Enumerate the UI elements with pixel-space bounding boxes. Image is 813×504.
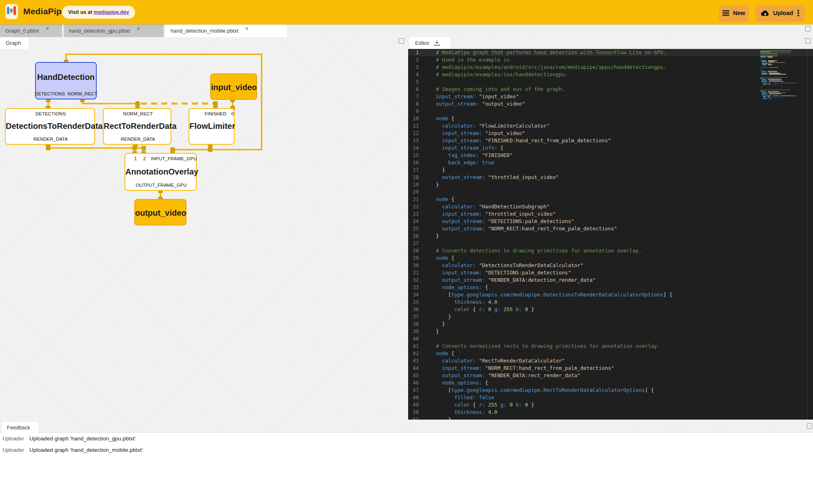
graph-node-AnnotationOverlay[interactable]: AnnotationOverlay12INPUT_FRAME_GPUOUTPUT… <box>124 153 197 191</box>
graph-canvas[interactable]: HandDetectionDETECTIONSNORM_RECTinput_vi… <box>0 0 407 420</box>
code-line[interactable]: 31 input_stream: "DETECTIONS:palm_detect… <box>408 269 813 276</box>
code-line[interactable]: 51 } <box>408 416 813 420</box>
code-line[interactable]: 40 <box>408 335 813 343</box>
tab-graph[interactable]: Graph <box>0 37 29 49</box>
code-line[interactable]: 34 [type.googleapis.com/mediapipe.Detect… <box>408 291 813 298</box>
code-line[interactable]: 46 node_options: { <box>408 379 813 387</box>
code-line[interactable]: 33 node_options: { <box>408 284 813 291</box>
code-line[interactable]: 45 output_stream: "RENDER_DATA:rect_rend… <box>408 372 813 379</box>
mediapipe-dev-link[interactable]: mediapipe.dev <box>93 9 129 15</box>
line-number: 19 <box>408 181 419 188</box>
feedback-source: Uploader <box>2 435 24 442</box>
node-title: HandDetection <box>36 73 96 82</box>
code-line[interactable]: 32 output_stream: "RENDER_DATA:detection… <box>408 276 813 284</box>
code-line[interactable]: 6# Images coming into and out of the gra… <box>408 86 813 93</box>
file-tab[interactable]: Graph_0.pbtxt✕ <box>0 24 62 37</box>
line-number: 13 <box>408 137 419 144</box>
file-tab-bar: Graph_0.pbtxt✕hand_detection_gpu.pbtxt✕h… <box>0 24 813 37</box>
graph-popout-icon[interactable] <box>399 38 404 44</box>
code-line[interactable]: 39} <box>408 328 813 335</box>
code-line[interactable]: 47 [type.googleapis.com/mediapipe.RectTo… <box>408 387 813 394</box>
code-line[interactable]: 21node { <box>408 196 813 203</box>
file-tab-label: hand_detection_gpu.pbtxt <box>69 28 130 34</box>
code-line[interactable]: 20 <box>408 188 813 196</box>
code-line[interactable]: 48 filled: false <box>408 394 813 401</box>
graph-node-output_video[interactable]: output_video <box>134 199 187 225</box>
code-line[interactable]: 19} <box>408 181 813 188</box>
close-tab-icon[interactable]: ✕ <box>245 26 249 31</box>
node-port-label: DETECTIONS <box>35 91 65 96</box>
code-line[interactable]: 50 thickness: 4.0 <box>408 409 813 416</box>
editor-scrollbar[interactable] <box>807 49 808 420</box>
code-line[interactable]: 3# mediapipie/examples/android/src/java/… <box>408 64 813 71</box>
code-line[interactable]: 27 <box>408 240 813 247</box>
code-line[interactable]: 12 input_stream: "input_video" <box>408 130 813 137</box>
code-line[interactable]: 24 output_stream: "DETECTIONS:palm_detec… <box>408 218 813 225</box>
tab-editor[interactable]: Editor <box>409 37 450 49</box>
close-tab-icon[interactable]: ✕ <box>45 26 49 31</box>
tabs-popout-icon[interactable] <box>805 26 811 31</box>
code-line[interactable]: 36 color { r: 0 g: 255 b: 0 } <box>408 306 813 313</box>
code-line[interactable]: 18 output_stream: "throttled_input_video… <box>408 174 813 181</box>
close-tab-icon[interactable]: ✕ <box>137 26 140 31</box>
file-tab[interactable]: hand_detection_mobile.pbtxt✕ <box>165 24 287 37</box>
code-line[interactable]: 14 input_stream_info: { <box>408 144 813 152</box>
code-line[interactable]: 37 } <box>408 313 813 321</box>
code-line[interactable]: 49 color { r: 255 g: 0 b: 0 } <box>408 401 813 409</box>
code-line[interactable]: 11 calculator: "FlowLimiterCalculator" <box>408 122 813 130</box>
line-number: 15 <box>408 152 419 159</box>
feedback-message: Uploaded graph 'hand_detection_mobile.pb… <box>29 447 143 453</box>
app-title: MediaPipe <box>23 7 67 16</box>
node-port-label: RENDER_DATA <box>33 137 68 141</box>
upload-button[interactable]: Upload <box>755 5 805 21</box>
line-number: 38 <box>408 321 419 328</box>
line-number: 47 <box>408 387 419 394</box>
code-line[interactable]: 23 input_stream: "throttled_input_video" <box>408 210 813 218</box>
graph-node-DetectionsToRenderData[interactable]: DetectionsToRenderDataDETECTIONSRENDER_D… <box>5 108 95 145</box>
code-line[interactable]: 30 calculator: "DetectionsToRenderDataCa… <box>408 262 813 269</box>
new-button[interactable]: New <box>719 5 749 21</box>
code-line[interactable]: 2# Used in the example in <box>408 56 813 64</box>
line-number: 4 <box>408 71 419 78</box>
code-line[interactable]: 17 } <box>408 166 813 174</box>
graph-tab-label: Graph <box>6 40 21 46</box>
code-line[interactable]: 8output_stream: "output_video" <box>408 100 813 108</box>
code-line[interactable]: 13 input_stream: "FINISHED:hand_rect_fro… <box>408 137 813 144</box>
code-line[interactable]: 42node { <box>408 350 813 357</box>
graph-node-input_video[interactable]: input_video <box>210 73 257 100</box>
code-line[interactable]: 4# mediapipie/examples/ios/handdetection… <box>408 71 813 78</box>
code-line[interactable]: 5 <box>408 78 813 86</box>
code-line[interactable]: 41# Converts normalized rects to drawing… <box>408 343 813 350</box>
code-line[interactable]: 7input_stream: "input_video" <box>408 93 813 100</box>
line-number: 1 <box>408 49 419 56</box>
file-tab[interactable]: hand_detection_gpu.pbtxt✕ <box>64 24 164 37</box>
code-line[interactable]: 9 <box>408 108 813 115</box>
file-tab-label: Graph_0.pbtxt <box>5 28 39 34</box>
code-line[interactable]: 25 output_stream: "NORM_RECT:hand_rect_f… <box>408 225 813 232</box>
code-line[interactable]: 22 calculator: "HandDetectionSubgraph" <box>408 203 813 210</box>
code-line[interactable]: 15 tag_index: "FINISHED" <box>408 152 813 159</box>
code-line[interactable]: 26} <box>408 232 813 240</box>
download-icon[interactable] <box>433 39 441 47</box>
node-port-label: FINISHED <box>204 111 227 116</box>
code-line[interactable]: 16 back_edge: true <box>408 159 813 166</box>
code-line[interactable]: 29node { <box>408 254 813 262</box>
line-number: 28 <box>408 247 419 254</box>
tab-feedback[interactable]: Feedback <box>2 422 38 433</box>
more-options-kebab-icon[interactable] <box>797 9 799 17</box>
line-number: 21 <box>408 196 419 203</box>
code-line[interactable]: 10node { <box>408 115 813 122</box>
graph-node-HandDetection[interactable]: HandDetectionDETECTIONSNORM_RECT <box>35 62 97 99</box>
feedback-popout-icon[interactable] <box>807 423 812 429</box>
code-line[interactable]: 1# MediaPipe graph that performs hand de… <box>408 49 813 56</box>
code-line[interactable]: 43 calculator: "RectToRenderDataCalculat… <box>408 357 813 365</box>
code-line[interactable]: 44 input_stream: "NORM_RECT:hand_rect_fr… <box>408 365 813 372</box>
editor-popout-icon[interactable] <box>805 38 811 44</box>
code-line[interactable]: 28# Converts detections to drawing primi… <box>408 247 813 254</box>
graph-node-FlowLimiter[interactable]: FlowLimiterFINISHED0 <box>189 108 235 145</box>
code-line[interactable]: 35 thickness: 4.0 <box>408 298 813 306</box>
editor-minimap[interactable] <box>760 51 799 100</box>
graph-node-RectToRenderData[interactable]: RectToRenderDataNORM_RECTRENDER_DATA <box>103 108 171 145</box>
code-line[interactable]: 38 } <box>408 321 813 328</box>
code-editor[interactable]: 1# MediaPipe graph that performs hand de… <box>408 49 813 420</box>
